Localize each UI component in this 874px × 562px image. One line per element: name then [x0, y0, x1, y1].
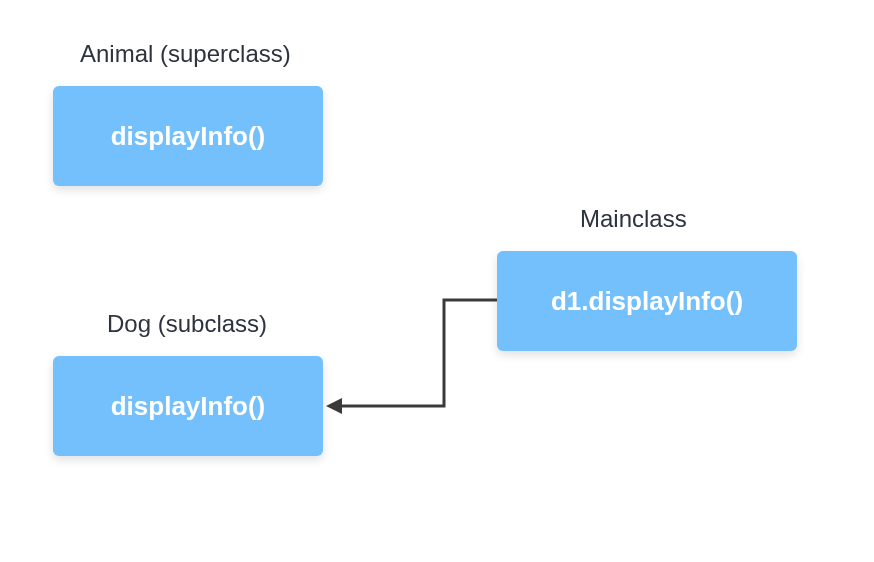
animal-box: displayInfo(): [53, 86, 323, 186]
dog-box: displayInfo(): [53, 356, 323, 456]
mainclass-box: d1.displayInfo(): [497, 251, 797, 351]
mainclass-label: Mainclass: [580, 205, 687, 233]
animal-method-text: displayInfo(): [111, 121, 266, 152]
arrowhead-icon: [326, 398, 342, 414]
dog-label: Dog (subclass): [107, 310, 267, 338]
animal-label: Animal (superclass): [80, 40, 291, 68]
arrow-path: [340, 300, 497, 406]
mainclass-call-text: d1.displayInfo(): [551, 286, 743, 317]
dog-method-text: displayInfo(): [111, 391, 266, 422]
